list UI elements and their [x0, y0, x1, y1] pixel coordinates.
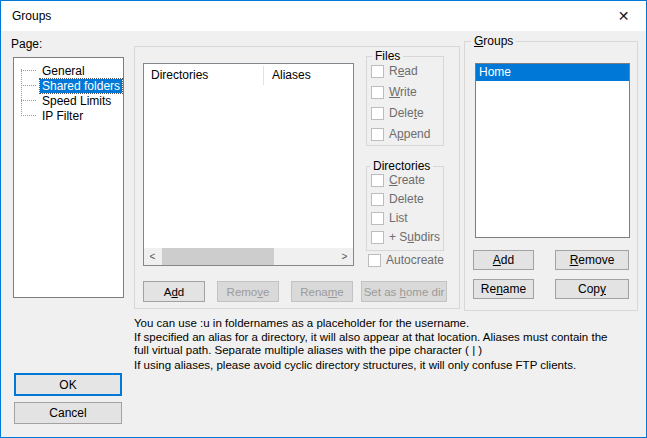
- create-label: Create: [389, 173, 425, 187]
- list-checkbox[interactable]: [371, 212, 384, 225]
- checkbox-row-append: Append: [371, 127, 430, 141]
- add-group-button[interactable]: Add: [473, 250, 534, 270]
- page-label: Page:: [11, 37, 42, 51]
- delete-file-label: Delete: [389, 106, 424, 120]
- directories-list[interactable]: Directories Aliases < >: [143, 63, 354, 266]
- autocreate-checkbox[interactable]: [368, 254, 381, 267]
- checkbox-row-read: Read: [371, 64, 418, 78]
- tree-item-speed-limits[interactable]: Speed Limits: [14, 93, 123, 108]
- column-header-aliases[interactable]: Aliases: [272, 68, 311, 82]
- scroll-left-icon[interactable]: <: [144, 248, 161, 265]
- rename-group-button[interactable]: Rename: [473, 279, 534, 299]
- list-label: List: [389, 211, 408, 225]
- tree-connector: [21, 100, 36, 101]
- read-label: Read: [389, 64, 418, 78]
- close-button[interactable]: ✕: [601, 1, 646, 30]
- column-header-directories[interactable]: Directories: [151, 68, 208, 82]
- checkbox-row-autocreate: Autocreate: [368, 253, 444, 267]
- note-line-4: If using aliases, please avoid cyclic di…: [134, 359, 576, 371]
- note-line-1: You can use :u in foldernames as a place…: [134, 317, 469, 329]
- ok-button[interactable]: OK: [14, 373, 122, 396]
- checkbox-row-delete-file: Delete: [371, 106, 424, 120]
- read-checkbox[interactable]: [371, 65, 384, 78]
- cancel-button[interactable]: Cancel: [14, 402, 122, 424]
- column-separator[interactable]: [263, 66, 264, 85]
- tree-connector: [21, 70, 36, 71]
- subdirs-label: + Subdirs: [389, 230, 440, 244]
- scroll-right-icon[interactable]: >: [336, 248, 353, 265]
- append-label: Append: [389, 127, 430, 141]
- tree-item-label: IP Filter: [40, 109, 85, 123]
- tree-item-label: Speed Limits: [40, 94, 113, 108]
- note-line-3: full virtual path. Separate multiple ali…: [134, 344, 482, 356]
- autocreate-label: Autocreate: [386, 253, 444, 267]
- directories-group-title: Directories: [370, 159, 433, 173]
- page-tree[interactable]: General Shared folders Speed Limits IP F…: [13, 57, 124, 298]
- delete-dir-checkbox[interactable]: [371, 193, 384, 206]
- checkbox-row-delete-dir: Delete: [371, 192, 424, 206]
- tree-connector: [21, 85, 36, 86]
- tree-item-label-selected: Shared folders: [40, 79, 122, 93]
- note-line-2: If specified an alias for a directory, i…: [134, 331, 607, 343]
- create-checkbox[interactable]: [371, 174, 384, 187]
- write-checkbox[interactable]: [371, 86, 384, 99]
- rename-directory-button[interactable]: Rename: [291, 281, 353, 302]
- tree-connector: [21, 115, 36, 116]
- add-directory-button[interactable]: Add: [143, 281, 205, 302]
- files-group-title: Files: [372, 49, 403, 63]
- remove-group-button[interactable]: Remove: [555, 250, 629, 270]
- subdirs-checkbox[interactable]: [371, 231, 384, 244]
- delete-file-checkbox[interactable]: [371, 107, 384, 120]
- checkbox-row-write: Write: [371, 85, 417, 99]
- delete-dir-label: Delete: [389, 192, 424, 206]
- checkbox-row-create: Create: [371, 173, 425, 187]
- close-icon: ✕: [618, 8, 630, 24]
- remove-directory-button[interactable]: Remove: [217, 281, 279, 302]
- tree-item-label: General: [40, 64, 87, 78]
- scrollbar-thumb[interactable]: [162, 248, 274, 265]
- checkbox-row-list: List: [371, 211, 408, 225]
- group-item-home[interactable]: Home: [476, 64, 629, 81]
- set-as-home-dir-button[interactable]: Set as home dir: [361, 281, 447, 302]
- title-bar: Groups: [1, 1, 646, 31]
- groups-group-title: Groups: [471, 34, 516, 48]
- tree-item-ip-filter[interactable]: IP Filter: [14, 108, 123, 123]
- horizontal-scrollbar[interactable]: < >: [144, 248, 353, 265]
- checkbox-row-subdirs: + Subdirs: [371, 230, 440, 244]
- append-checkbox[interactable]: [371, 128, 384, 141]
- tree-item-general[interactable]: General: [14, 63, 123, 78]
- write-label: Write: [389, 85, 417, 99]
- groups-list[interactable]: Home: [475, 63, 630, 238]
- tree-connector-line: [21, 69, 22, 116]
- dialog-title: Groups: [12, 9, 51, 23]
- groups-dialog: Groups ✕ Page: General Shared folders Sp…: [0, 0, 647, 438]
- copy-group-button[interactable]: Copy: [555, 279, 629, 299]
- tree-item-shared-folders[interactable]: Shared folders: [14, 78, 123, 93]
